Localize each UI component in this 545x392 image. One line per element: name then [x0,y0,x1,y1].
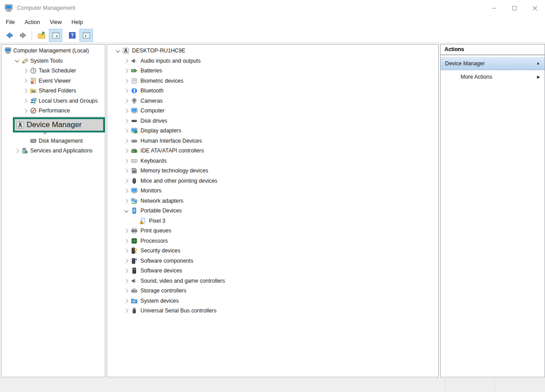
tree-item[interactable]: System devices [107,296,438,306]
mouse-icon [131,177,138,184]
chevron-right-icon[interactable] [122,246,131,256]
chevron-right-icon[interactable] [122,56,131,66]
tree-item[interactable]: Network adapters [107,196,438,206]
chevron-right-icon[interactable] [122,276,131,286]
chevron-right-icon[interactable] [13,146,21,156]
tree-item[interactable]: Memory technology devices [107,166,438,176]
menu-view[interactable]: View [45,17,67,27]
chevron-right-icon[interactable] [122,166,131,176]
tree-item[interactable]: Biometric devices [107,76,438,86]
chevron-right-icon[interactable] [122,126,131,136]
tree-item[interactable]: Disk Management [1,136,105,146]
chevron-right-icon[interactable] [21,96,30,106]
tree-item[interactable]: Security devices [107,246,438,256]
tree-item[interactable]: Mice and other pointing devices [107,176,438,186]
tree-item[interactable]: Monitors [107,186,438,196]
minimize-button[interactable] [484,0,504,16]
chevron-right-icon[interactable] [21,66,30,76]
show-action-pane-button[interactable] [80,29,93,42]
console-tree-pane: Computer Management (Local)System ToolsT… [1,44,105,377]
show-console-tree-button[interactable] [49,29,62,42]
chevron-right-icon[interactable] [122,236,131,246]
chevron-down-icon[interactable] [114,46,122,56]
chevron-right-icon[interactable] [122,186,131,196]
more-actions-item[interactable]: More Actions ▶ [441,70,545,84]
tree-item[interactable]: Bluetooth [107,86,438,96]
battery-icon [131,67,138,74]
chevron-right-icon[interactable] [122,86,131,96]
forward-button[interactable] [16,29,30,42]
chevron-right-icon[interactable] [122,226,131,236]
chevron-right-icon[interactable] [122,146,131,156]
tree-item[interactable]: Portable Devices [107,206,438,216]
tree-item[interactable]: IDE ATA/ATAPI controllers [107,146,438,156]
sysdev-icon [131,297,138,304]
tree-item[interactable]: Local Users and Groups [1,96,105,106]
chevron-down-icon[interactable] [13,56,21,66]
tree-item[interactable]: Batteries [107,66,438,76]
tree-item[interactable]: Storage controllers [107,286,438,296]
annotation-label: Device Manager [27,120,82,129]
chevron-right-icon[interactable] [122,116,131,126]
menu-help[interactable]: Help [67,17,88,27]
chevron-right-icon[interactable] [122,96,131,106]
tree-item[interactable]: Disk drives [107,116,438,126]
tree-item[interactable]: DESKTOP-RU1HC9E [107,46,438,56]
menu-file[interactable]: File [1,17,20,27]
submenu-arrow-icon: ▶ [537,75,540,79]
chevron-right-icon[interactable] [122,156,131,166]
chevron-right-icon[interactable] [122,266,131,276]
network-icon [131,197,138,204]
chevron-right-icon[interactable] [122,296,131,306]
indent-spacer [107,260,122,261]
indent-spacer [1,151,13,151]
chevron-right-icon[interactable] [122,66,131,76]
tree-item[interactable]: Event Viewer [1,76,105,86]
chevron-right-icon[interactable] [21,106,30,116]
chevron-right-icon[interactable] [21,76,30,86]
close-button[interactable] [525,0,545,16]
annotation-highlight: Device Manager [13,117,105,132]
menu-action[interactable]: Action [20,17,45,27]
export-list-button[interactable] [35,29,48,42]
chevron-right-icon[interactable] [122,196,131,206]
tree-item[interactable]: Task Scheduler [1,66,105,76]
tree-item[interactable]: Performance [1,106,105,116]
actions-group-header[interactable]: Device Manager ▲ [441,56,545,70]
help-button[interactable] [65,29,79,42]
tree-item[interactable]: Sound, video and game controllers [107,276,438,286]
chevron-right-icon[interactable] [122,256,131,266]
tree-item[interactable]: Audio inputs and outputs [107,56,438,66]
chevron-right-icon[interactable] [122,306,131,316]
tree-item[interactable]: Software components [107,256,438,266]
tree-item[interactable]: Cameras [107,96,438,106]
tree-item[interactable]: Pixel 3 [107,216,438,226]
tree-item[interactable]: Print queues [107,226,438,236]
chevron-right-icon[interactable] [122,136,131,146]
back-button[interactable] [2,29,16,42]
menubar: File Action View Help [0,16,545,28]
chevron-right-icon[interactable] [122,76,131,86]
collapse-icon[interactable]: ▲ [536,61,540,65]
tree-item[interactable]: System Tools [1,56,105,66]
maximize-icon [512,6,517,11]
tree-item[interactable]: Universal Serial Bus controllers [107,306,438,316]
tree-item[interactable]: Computer Management (Local) [1,46,105,56]
tree-item[interactable]: Human Interface Devices [107,136,438,146]
tree-item[interactable]: Services and Applications [1,146,105,156]
tree-item[interactable]: Keyboards [107,156,438,166]
tree-item[interactable]: Computer [107,106,438,116]
tree-item[interactable]: Shared Folders [1,86,105,96]
chevron-right-icon[interactable] [122,286,131,296]
chevron-right-icon[interactable] [122,176,131,186]
maximize-button[interactable] [504,0,525,16]
cpu-icon [131,237,138,244]
tree-item[interactable]: Processors [107,236,438,246]
keyboard-icon [131,157,138,164]
titlebar: Computer Management [0,0,545,16]
chevron-right-icon[interactable] [21,86,30,96]
tree-item[interactable]: Display adapters [107,126,438,136]
chevron-down-icon[interactable] [122,206,131,216]
tree-item[interactable]: Software devices [107,266,438,276]
chevron-right-icon[interactable] [122,106,131,116]
